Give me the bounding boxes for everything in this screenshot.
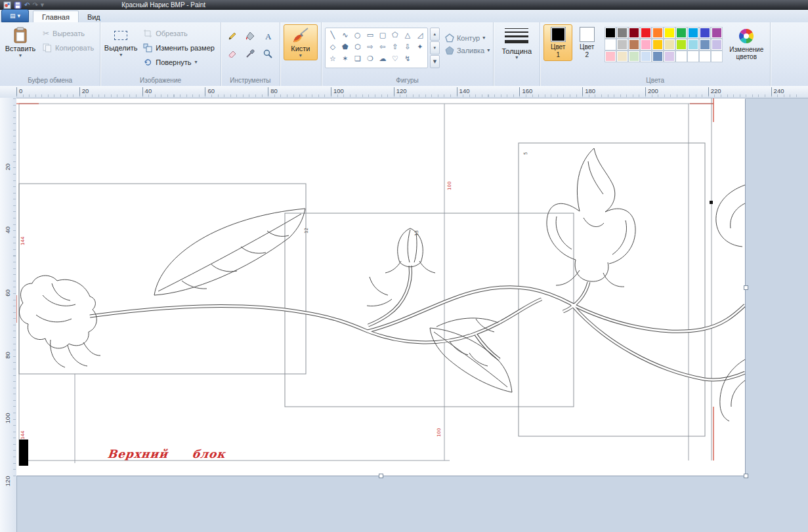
select-button[interactable]: Выделить ▾	[104, 24, 138, 60]
redo-icon[interactable]: ↷	[32, 2, 37, 9]
title-bar[interactable]: ↶ ↷ ▼ Красный Нарис BMP - Paint	[0, 0, 808, 10]
shape-oval-button[interactable]: ○	[352, 30, 364, 41]
undo-icon[interactable]: ↶	[24, 2, 30, 9]
palette-swatch-empty[interactable]	[688, 51, 698, 62]
crop-button[interactable]: Обрезать	[140, 27, 217, 40]
shape-lightning-button[interactable]: ↯	[402, 53, 414, 64]
copy-button[interactable]: Копировать	[40, 41, 96, 54]
palette-swatch[interactable]	[676, 28, 687, 38]
palette-swatch[interactable]	[629, 28, 639, 38]
shape-curve-button[interactable]: ∿	[339, 30, 351, 41]
palette-swatch[interactable]	[688, 28, 698, 38]
palette-swatch[interactable]	[700, 28, 710, 38]
color2-button[interactable]: Цвет 2	[572, 24, 601, 61]
palette-swatch-custom[interactable]	[605, 51, 616, 62]
palette-swatch[interactable]	[664, 28, 675, 38]
palette-swatch[interactable]	[688, 39, 698, 50]
window-title: Красный Нарис BMP - Paint	[121, 1, 205, 9]
edit-colors-button[interactable]: Изменение цветов	[726, 24, 767, 60]
shape-arrow-right-button[interactable]: ⇨	[364, 41, 376, 52]
shape-arrow-down-button[interactable]: ⇩	[402, 41, 414, 52]
brushes-label: Кисти	[291, 45, 310, 52]
cut-button[interactable]: ✂ Вырезать	[40, 27, 96, 40]
rotate-button[interactable]: Повернуть ▾	[140, 56, 217, 69]
paste-button[interactable]: Вставить ▾	[3, 24, 37, 60]
shape-rounded-rectangle-button[interactable]: ▢	[377, 30, 389, 41]
shape-star6-button[interactable]: ✶	[339, 53, 351, 64]
tab-view[interactable]: Вид	[79, 11, 109, 22]
canvas-resize-handle-bottom[interactable]	[379, 474, 383, 478]
palette-swatch-custom[interactable]	[629, 51, 639, 62]
color-picker-tool-button[interactable]	[242, 45, 259, 62]
shape-hexagon-button[interactable]: ⬡	[352, 41, 364, 52]
canvas-resize-handle-right[interactable]	[744, 285, 748, 290]
palette-swatch[interactable]	[676, 39, 687, 50]
shape-star4-button[interactable]: ✦	[414, 41, 426, 52]
palette-swatch-custom[interactable]	[652, 51, 663, 62]
color2-label: Цвет	[580, 43, 594, 51]
shape-pentagon-button[interactable]: ⬟	[339, 41, 351, 52]
shape-arrow-up-button[interactable]: ⇧	[389, 41, 401, 52]
ruler-h-label: 180	[582, 87, 595, 96]
tab-home[interactable]: Главная	[33, 10, 79, 22]
palette-swatch[interactable]	[700, 39, 710, 50]
palette-swatch[interactable]	[641, 39, 651, 50]
shape-diamond-button[interactable]: ◇	[327, 41, 339, 52]
eyedropper-icon	[245, 49, 255, 59]
shape-callout-oval-button[interactable]: ❍	[364, 53, 376, 64]
shape-arrow-left-button[interactable]: ⇦	[377, 41, 389, 52]
shape-rectangle-button[interactable]: ▭	[364, 30, 376, 41]
shape-fill-button[interactable]: Заливка ▾	[445, 46, 490, 55]
ruler-h-label: 240	[771, 87, 784, 96]
text-tool-button[interactable]: A	[260, 28, 276, 44]
palette-swatch[interactable]	[617, 28, 627, 38]
shapes-scroll-down-button[interactable]: ▾	[430, 41, 440, 54]
palette-swatch[interactable]	[652, 28, 663, 38]
shape-polygon-button[interactable]: ⬠	[389, 30, 401, 41]
drawing-canvas[interactable]: 144 144 100 100 12 13 5 Верхний блок	[16, 98, 745, 476]
shape-callout-rect-button[interactable]: ❏	[352, 53, 364, 64]
magnifier-tool-button[interactable]	[260, 45, 276, 62]
shape-star5-button[interactable]: ☆	[327, 53, 339, 64]
shape-line-button[interactable]: ╲	[327, 30, 339, 41]
shape-right-triangle-button[interactable]: ◿	[414, 30, 426, 41]
pencil-tool-button[interactable]	[224, 28, 241, 44]
color-wheel-icon	[738, 28, 755, 45]
palette-swatch-empty[interactable]	[700, 51, 710, 62]
palette-swatch[interactable]	[641, 28, 651, 38]
paint-app-icon[interactable]	[3, 1, 11, 9]
palette-swatch-custom[interactable]	[641, 51, 651, 62]
save-icon[interactable]	[14, 1, 22, 9]
palette-swatch[interactable]	[629, 39, 639, 50]
palette-swatch-custom[interactable]	[617, 51, 627, 62]
palette-swatch-empty[interactable]	[676, 51, 687, 62]
thickness-button[interactable]: Толщина ▾	[497, 24, 536, 60]
shape-triangle-button[interactable]: △	[402, 30, 414, 41]
shape-heart-button[interactable]: ♡	[389, 53, 401, 64]
fill-tool-button[interactable]	[242, 28, 259, 44]
palette-swatch[interactable]	[605, 28, 616, 38]
resize-button[interactable]: Изменить размер	[140, 41, 217, 54]
color1-button[interactable]: Цвет 1	[543, 24, 572, 61]
palette-swatch-empty[interactable]	[712, 51, 722, 62]
application-menu-button[interactable]: ▤ ▾	[1, 9, 29, 22]
thickness-lines-icon	[505, 28, 528, 43]
palette-swatch[interactable]	[712, 28, 722, 38]
palette-swatch[interactable]	[712, 39, 722, 50]
shape-callout-cloud-button[interactable]: ☁	[377, 53, 389, 64]
palette-swatch[interactable]	[605, 39, 616, 50]
brushes-button[interactable]: Кисти ▾	[284, 24, 318, 60]
qat-customize-icon[interactable]: ▼	[41, 2, 44, 9]
palette-swatch[interactable]	[617, 39, 627, 50]
palette-swatch-custom[interactable]	[664, 51, 675, 62]
shapes-scroll-up-button[interactable]: ▴	[430, 28, 440, 41]
palette-swatch[interactable]	[664, 39, 675, 50]
color1-number: 1	[556, 51, 560, 58]
shape-outline-button[interactable]: Контур ▾	[445, 33, 490, 43]
size-group: Толщина ▾	[494, 22, 540, 86]
palette-swatch[interactable]	[652, 39, 663, 50]
ruler-h-label: 200	[645, 87, 658, 96]
shapes-expand-button[interactable]: ▼	[430, 55, 440, 68]
canvas-resize-handle-corner[interactable]	[744, 474, 748, 478]
eraser-tool-button[interactable]	[224, 45, 241, 62]
